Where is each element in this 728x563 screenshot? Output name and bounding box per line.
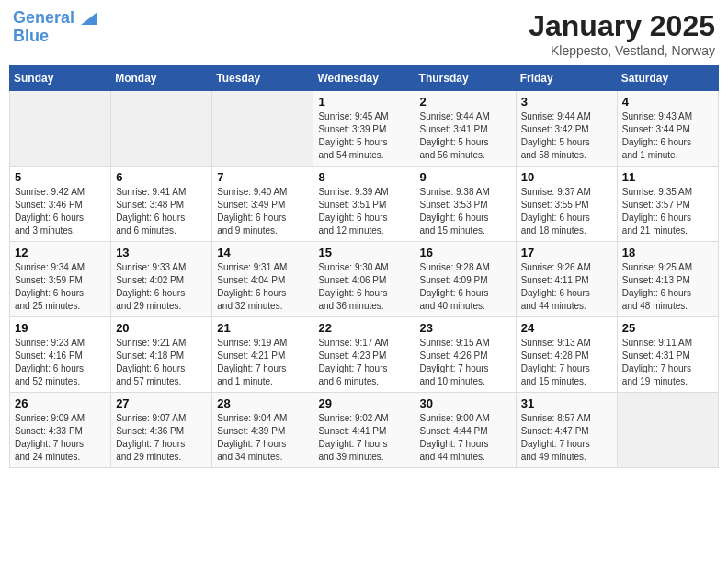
day-info: Sunrise: 9:39 AM Sunset: 3:51 PM Dayligh…	[318, 186, 409, 237]
calendar-cell	[617, 393, 718, 468]
calendar-cell: 29Sunrise: 9:02 AM Sunset: 4:41 PM Dayli…	[313, 393, 415, 468]
day-number: 9	[420, 170, 511, 184]
day-info: Sunrise: 9:42 AM Sunset: 3:46 PM Dayligh…	[15, 186, 106, 237]
calendar-cell: 27Sunrise: 9:07 AM Sunset: 4:36 PM Dayli…	[111, 393, 212, 468]
day-number: 27	[116, 396, 207, 410]
calendar-cell: 8Sunrise: 9:39 AM Sunset: 3:51 PM Daylig…	[313, 167, 415, 242]
weekday-header: Thursday	[415, 66, 516, 91]
calendar-cell: 21Sunrise: 9:19 AM Sunset: 4:21 PM Dayli…	[212, 317, 313, 393]
calendar-cell: 12Sunrise: 9:34 AM Sunset: 3:59 PM Dayli…	[10, 242, 111, 317]
day-info: Sunrise: 9:35 AM Sunset: 3:57 PM Dayligh…	[622, 186, 713, 237]
logo-text: General	[13, 9, 97, 28]
calendar-cell: 19Sunrise: 9:23 AM Sunset: 4:16 PM Dayli…	[10, 317, 111, 393]
day-info: Sunrise: 9:04 AM Sunset: 4:39 PM Dayligh…	[217, 412, 308, 464]
weekday-header: Monday	[111, 66, 212, 91]
day-number: 19	[15, 321, 106, 335]
day-info: Sunrise: 9:15 AM Sunset: 4:26 PM Dayligh…	[420, 337, 511, 388]
day-info: Sunrise: 9:44 AM Sunset: 3:41 PM Dayligh…	[420, 110, 511, 162]
day-number: 12	[15, 246, 106, 259]
calendar-cell: 15Sunrise: 9:30 AM Sunset: 4:06 PM Dayli…	[313, 242, 415, 317]
weekday-header: Saturday	[617, 66, 718, 91]
calendar-cell: 24Sunrise: 9:13 AM Sunset: 4:28 PM Dayli…	[516, 317, 617, 393]
calendar-cell	[111, 91, 212, 167]
calendar-body: 1Sunrise: 9:45 AM Sunset: 3:39 PM Daylig…	[10, 91, 719, 468]
calendar-cell: 25Sunrise: 9:11 AM Sunset: 4:31 PM Dayli…	[617, 317, 718, 393]
day-info: Sunrise: 9:28 AM Sunset: 4:09 PM Dayligh…	[420, 261, 511, 313]
day-info: Sunrise: 9:34 AM Sunset: 3:59 PM Dayligh…	[15, 261, 106, 313]
title-block: January 2025 Kleppesto, Vestland, Norway	[529, 9, 715, 58]
calendar-cell: 16Sunrise: 9:28 AM Sunset: 4:09 PM Dayli…	[415, 242, 516, 317]
day-number: 26	[15, 396, 106, 410]
calendar-cell: 31Sunrise: 8:57 AM Sunset: 4:47 PM Dayli…	[516, 393, 617, 468]
day-info: Sunrise: 9:17 AM Sunset: 4:23 PM Dayligh…	[318, 337, 409, 388]
day-number: 16	[420, 246, 511, 259]
day-info: Sunrise: 9:31 AM Sunset: 4:04 PM Dayligh…	[217, 261, 308, 313]
day-number: 14	[217, 246, 308, 259]
day-number: 17	[521, 246, 612, 259]
logo-icon	[81, 12, 97, 25]
calendar-cell: 4Sunrise: 9:43 AM Sunset: 3:44 PM Daylig…	[617, 91, 718, 167]
day-number: 22	[318, 321, 409, 335]
day-number: 15	[318, 246, 409, 259]
weekday-header: Friday	[516, 66, 617, 91]
day-number: 20	[116, 321, 207, 335]
day-info: Sunrise: 9:11 AM Sunset: 4:31 PM Dayligh…	[622, 337, 713, 388]
day-number: 21	[217, 321, 308, 335]
day-info: Sunrise: 9:41 AM Sunset: 3:48 PM Dayligh…	[116, 186, 207, 237]
day-info: Sunrise: 9:02 AM Sunset: 4:41 PM Dayligh…	[318, 412, 409, 464]
day-info: Sunrise: 9:37 AM Sunset: 3:55 PM Dayligh…	[521, 186, 612, 237]
day-info: Sunrise: 9:00 AM Sunset: 4:44 PM Dayligh…	[420, 412, 511, 464]
day-info: Sunrise: 9:45 AM Sunset: 3:39 PM Dayligh…	[318, 110, 409, 162]
calendar-week-row: 12Sunrise: 9:34 AM Sunset: 3:59 PM Dayli…	[10, 242, 719, 317]
day-info: Sunrise: 9:07 AM Sunset: 4:36 PM Dayligh…	[116, 412, 207, 464]
day-number: 2	[420, 95, 511, 109]
day-info: Sunrise: 9:09 AM Sunset: 4:33 PM Dayligh…	[15, 412, 106, 464]
calendar-cell: 17Sunrise: 9:26 AM Sunset: 4:11 PM Dayli…	[516, 242, 617, 317]
day-info: Sunrise: 9:13 AM Sunset: 4:28 PM Dayligh…	[521, 337, 612, 388]
day-number: 29	[318, 396, 409, 410]
calendar-week-row: 19Sunrise: 9:23 AM Sunset: 4:16 PM Dayli…	[10, 317, 719, 393]
calendar-cell: 1Sunrise: 9:45 AM Sunset: 3:39 PM Daylig…	[313, 91, 415, 167]
day-number: 1	[318, 95, 409, 109]
calendar-cell	[10, 91, 111, 167]
day-number: 11	[622, 170, 713, 184]
calendar-cell: 2Sunrise: 9:44 AM Sunset: 3:41 PM Daylig…	[415, 91, 516, 167]
calendar-header: SundayMondayTuesdayWednesdayThursdayFrid…	[10, 66, 719, 91]
calendar-cell	[212, 91, 313, 167]
calendar-cell: 22Sunrise: 9:17 AM Sunset: 4:23 PM Dayli…	[313, 317, 415, 393]
day-number: 23	[420, 321, 511, 335]
day-info: Sunrise: 9:33 AM Sunset: 4:02 PM Dayligh…	[116, 261, 207, 313]
calendar-cell: 26Sunrise: 9:09 AM Sunset: 4:33 PM Dayli…	[10, 393, 111, 468]
calendar-cell: 10Sunrise: 9:37 AM Sunset: 3:55 PM Dayli…	[516, 167, 617, 242]
calendar-cell: 9Sunrise: 9:38 AM Sunset: 3:53 PM Daylig…	[415, 167, 516, 242]
day-info: Sunrise: 9:44 AM Sunset: 3:42 PM Dayligh…	[521, 110, 612, 162]
day-number: 18	[622, 246, 713, 259]
month-title: January 2025	[529, 9, 715, 43]
calendar-cell: 14Sunrise: 9:31 AM Sunset: 4:04 PM Dayli…	[212, 242, 313, 317]
page-header: General Blue January 2025 Kleppesto, Ves…	[9, 9, 719, 58]
day-info: Sunrise: 9:43 AM Sunset: 3:44 PM Dayligh…	[622, 110, 713, 162]
weekday-header: Sunday	[10, 66, 111, 91]
calendar-cell: 11Sunrise: 9:35 AM Sunset: 3:57 PM Dayli…	[617, 167, 718, 242]
day-number: 30	[420, 396, 511, 410]
logo-text2: Blue	[13, 28, 49, 46]
day-number: 8	[318, 170, 409, 184]
weekday-header: Wednesday	[313, 66, 415, 91]
day-info: Sunrise: 9:19 AM Sunset: 4:21 PM Dayligh…	[217, 337, 308, 388]
calendar-week-row: 1Sunrise: 9:45 AM Sunset: 3:39 PM Daylig…	[10, 91, 719, 167]
calendar-cell: 5Sunrise: 9:42 AM Sunset: 3:46 PM Daylig…	[10, 167, 111, 242]
day-info: Sunrise: 9:40 AM Sunset: 3:49 PM Dayligh…	[217, 186, 308, 237]
day-number: 7	[217, 170, 308, 184]
calendar-cell: 7Sunrise: 9:40 AM Sunset: 3:49 PM Daylig…	[212, 167, 313, 242]
calendar-week-row: 26Sunrise: 9:09 AM Sunset: 4:33 PM Dayli…	[10, 393, 719, 468]
day-number: 24	[521, 321, 612, 335]
day-number: 3	[521, 95, 612, 109]
day-number: 13	[116, 246, 207, 259]
day-info: Sunrise: 8:57 AM Sunset: 4:47 PM Dayligh…	[521, 412, 612, 464]
calendar-cell: 6Sunrise: 9:41 AM Sunset: 3:48 PM Daylig…	[111, 167, 212, 242]
calendar-week-row: 5Sunrise: 9:42 AM Sunset: 3:46 PM Daylig…	[10, 167, 719, 242]
calendar-cell: 13Sunrise: 9:33 AM Sunset: 4:02 PM Dayli…	[111, 242, 212, 317]
calendar-cell: 28Sunrise: 9:04 AM Sunset: 4:39 PM Dayli…	[212, 393, 313, 468]
day-number: 6	[116, 170, 207, 184]
day-info: Sunrise: 9:30 AM Sunset: 4:06 PM Dayligh…	[318, 261, 409, 313]
